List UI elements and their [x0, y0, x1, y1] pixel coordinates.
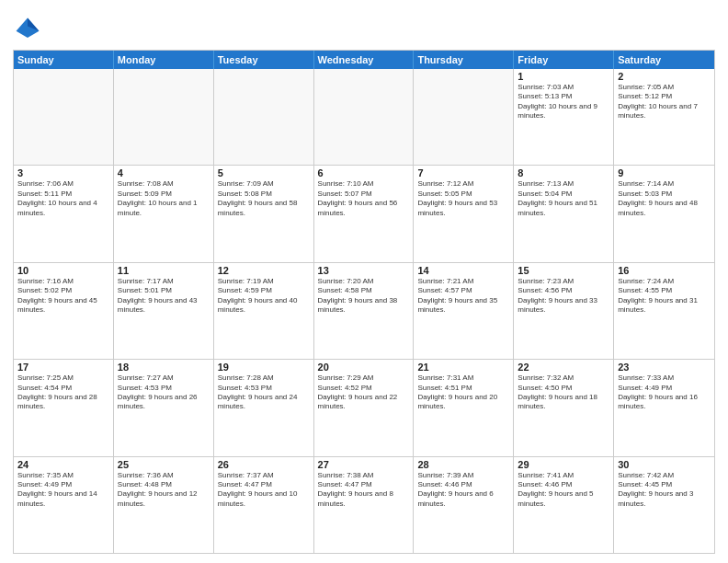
day-number: 26	[218, 459, 310, 470]
day-cell: 12Sunrise: 7:19 AMSunset: 4:59 PMDayligh…	[214, 263, 314, 359]
day-info: Sunrise: 7:25 AMSunset: 4:54 PMDaylight:…	[17, 373, 109, 412]
day-info: Sunrise: 7:35 AMSunset: 4:49 PMDaylight:…	[17, 471, 109, 510]
day-cell: 11Sunrise: 7:17 AMSunset: 5:01 PMDayligh…	[114, 263, 214, 359]
day-cell: 13Sunrise: 7:20 AMSunset: 4:58 PMDayligh…	[314, 263, 415, 359]
day-cell: 3Sunrise: 7:06 AMSunset: 5:11 PMDaylight…	[14, 166, 114, 261]
day-info: Sunrise: 7:42 AMSunset: 4:45 PMDaylight:…	[618, 471, 711, 510]
day-info: Sunrise: 7:24 AMSunset: 4:55 PMDaylight:…	[618, 277, 711, 316]
calendar-row: 3Sunrise: 7:06 AMSunset: 5:11 PMDaylight…	[14, 165, 714, 261]
day-cell: 26Sunrise: 7:37 AMSunset: 4:47 PMDayligh…	[214, 457, 314, 553]
day-number: 20	[318, 362, 410, 373]
day-info: Sunrise: 7:10 AMSunset: 5:07 PMDaylight:…	[318, 179, 410, 218]
day-info: Sunrise: 7:12 AMSunset: 5:05 PMDaylight:…	[417, 179, 509, 218]
weekday-header: Thursday	[414, 51, 514, 69]
day-number: 11	[118, 265, 210, 276]
day-number: 1	[518, 71, 609, 82]
day-number: 5	[218, 167, 310, 178]
calendar: SundayMondayTuesdayWednesdayThursdayFrid…	[13, 50, 715, 554]
weekday-header: Monday	[114, 51, 214, 69]
empty-cell	[214, 69, 314, 165]
day-number: 17	[17, 362, 109, 373]
day-number: 7	[417, 167, 509, 178]
calendar-row: 24Sunrise: 7:35 AMSunset: 4:49 PMDayligh…	[14, 456, 714, 553]
day-cell: 2Sunrise: 7:05 AMSunset: 5:12 PMDaylight…	[614, 69, 714, 165]
day-cell: 28Sunrise: 7:39 AMSunset: 4:46 PMDayligh…	[414, 457, 514, 553]
day-number: 10	[17, 265, 109, 276]
day-number: 23	[618, 362, 711, 373]
weekday-header: Saturday	[614, 51, 714, 69]
day-info: Sunrise: 7:13 AMSunset: 5:04 PMDaylight:…	[518, 179, 609, 218]
day-cell: 22Sunrise: 7:32 AMSunset: 4:50 PMDayligh…	[514, 360, 614, 455]
day-number: 4	[118, 167, 210, 178]
day-number: 2	[618, 71, 711, 82]
day-info: Sunrise: 7:32 AMSunset: 4:50 PMDaylight:…	[518, 373, 609, 412]
day-info: Sunrise: 7:36 AMSunset: 4:48 PMDaylight:…	[118, 471, 210, 510]
day-cell: 9Sunrise: 7:14 AMSunset: 5:03 PMDaylight…	[614, 166, 714, 261]
day-info: Sunrise: 7:23 AMSunset: 4:56 PMDaylight:…	[518, 277, 609, 316]
day-info: Sunrise: 7:29 AMSunset: 4:52 PMDaylight:…	[318, 373, 410, 412]
calendar-row: 1Sunrise: 7:03 AMSunset: 5:13 PMDaylight…	[14, 69, 714, 165]
day-number: 9	[618, 167, 711, 178]
calendar-header: SundayMondayTuesdayWednesdayThursdayFrid…	[14, 51, 714, 69]
day-info: Sunrise: 7:21 AMSunset: 4:57 PMDaylight:…	[417, 277, 509, 316]
day-info: Sunrise: 7:31 AMSunset: 4:51 PMDaylight:…	[417, 373, 509, 412]
day-cell: 8Sunrise: 7:13 AMSunset: 5:04 PMDaylight…	[514, 166, 614, 261]
day-cell: 27Sunrise: 7:38 AMSunset: 4:47 PMDayligh…	[314, 457, 415, 553]
calendar-body: 1Sunrise: 7:03 AMSunset: 5:13 PMDaylight…	[14, 69, 714, 553]
day-number: 30	[618, 459, 711, 470]
day-info: Sunrise: 7:03 AMSunset: 5:13 PMDaylight:…	[518, 83, 609, 121]
day-cell: 15Sunrise: 7:23 AMSunset: 4:56 PMDayligh…	[514, 263, 614, 359]
day-number: 16	[618, 265, 711, 276]
logo-icon	[13, 15, 42, 44]
day-info: Sunrise: 7:33 AMSunset: 4:49 PMDaylight:…	[618, 373, 711, 412]
empty-cell	[414, 69, 514, 165]
day-info: Sunrise: 7:39 AMSunset: 4:46 PMDaylight:…	[417, 471, 509, 510]
page: SundayMondayTuesdayWednesdayThursdayFrid…	[0, 0, 728, 563]
day-cell: 6Sunrise: 7:10 AMSunset: 5:07 PMDaylight…	[314, 166, 415, 261]
day-info: Sunrise: 7:14 AMSunset: 5:03 PMDaylight:…	[618, 179, 711, 218]
empty-cell	[314, 69, 415, 165]
weekday-header: Friday	[514, 51, 614, 69]
day-cell: 16Sunrise: 7:24 AMSunset: 4:55 PMDayligh…	[614, 263, 714, 359]
header	[13, 9, 715, 44]
day-number: 25	[118, 459, 210, 470]
day-number: 13	[318, 265, 410, 276]
day-number: 8	[518, 167, 609, 178]
day-cell: 1Sunrise: 7:03 AMSunset: 5:13 PMDaylight…	[514, 69, 614, 165]
empty-cell	[114, 69, 214, 165]
day-info: Sunrise: 7:19 AMSunset: 4:59 PMDaylight:…	[218, 277, 310, 316]
day-cell: 23Sunrise: 7:33 AMSunset: 4:49 PMDayligh…	[614, 360, 714, 455]
day-number: 27	[318, 459, 410, 470]
day-cell: 18Sunrise: 7:27 AMSunset: 4:53 PMDayligh…	[114, 360, 214, 455]
day-number: 14	[417, 265, 509, 276]
day-info: Sunrise: 7:17 AMSunset: 5:01 PMDaylight:…	[118, 277, 210, 316]
weekday-header: Tuesday	[214, 51, 314, 69]
calendar-row: 10Sunrise: 7:16 AMSunset: 5:02 PMDayligh…	[14, 262, 714, 359]
day-number: 6	[318, 167, 410, 178]
day-cell: 29Sunrise: 7:41 AMSunset: 4:46 PMDayligh…	[514, 457, 614, 553]
day-number: 3	[17, 167, 109, 178]
day-info: Sunrise: 7:09 AMSunset: 5:08 PMDaylight:…	[218, 179, 310, 218]
day-info: Sunrise: 7:38 AMSunset: 4:47 PMDaylight:…	[318, 471, 410, 510]
day-number: 19	[218, 362, 310, 373]
day-number: 22	[518, 362, 609, 373]
day-number: 15	[518, 265, 609, 276]
empty-cell	[14, 69, 114, 165]
day-cell: 10Sunrise: 7:16 AMSunset: 5:02 PMDayligh…	[14, 263, 114, 359]
day-info: Sunrise: 7:05 AMSunset: 5:12 PMDaylight:…	[618, 83, 711, 121]
weekday-header: Wednesday	[314, 51, 415, 69]
weekday-header: Sunday	[14, 51, 114, 69]
day-number: 29	[518, 459, 609, 470]
calendar-row: 17Sunrise: 7:25 AMSunset: 4:54 PMDayligh…	[14, 359, 714, 455]
day-number: 28	[417, 459, 509, 470]
day-cell: 4Sunrise: 7:08 AMSunset: 5:09 PMDaylight…	[114, 166, 214, 261]
day-cell: 7Sunrise: 7:12 AMSunset: 5:05 PMDaylight…	[414, 166, 514, 261]
day-cell: 5Sunrise: 7:09 AMSunset: 5:08 PMDaylight…	[214, 166, 314, 261]
day-cell: 20Sunrise: 7:29 AMSunset: 4:52 PMDayligh…	[314, 360, 415, 455]
day-info: Sunrise: 7:41 AMSunset: 4:46 PMDaylight:…	[518, 471, 609, 510]
day-cell: 24Sunrise: 7:35 AMSunset: 4:49 PMDayligh…	[14, 457, 114, 553]
day-info: Sunrise: 7:08 AMSunset: 5:09 PMDaylight:…	[118, 179, 210, 218]
day-cell: 14Sunrise: 7:21 AMSunset: 4:57 PMDayligh…	[414, 263, 514, 359]
day-info: Sunrise: 7:27 AMSunset: 4:53 PMDaylight:…	[118, 373, 210, 412]
day-cell: 25Sunrise: 7:36 AMSunset: 4:48 PMDayligh…	[114, 457, 214, 553]
